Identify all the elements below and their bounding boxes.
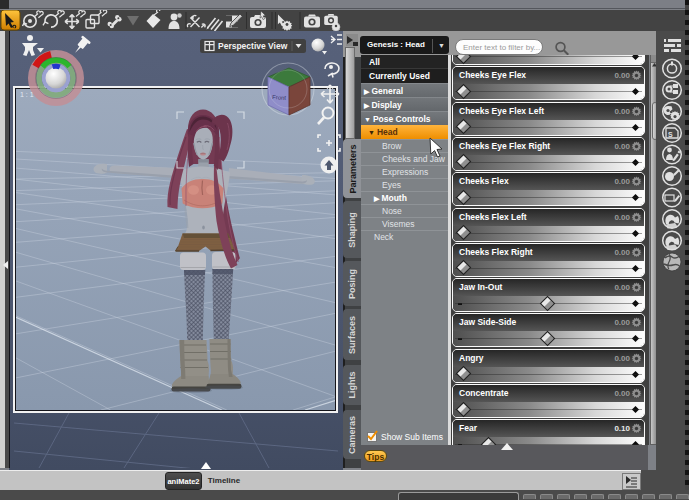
svg-text:1 : 1: 1 : 1 xyxy=(20,91,34,98)
svg-text:S: S xyxy=(668,131,673,138)
svg-text:Perspective View: Perspective View xyxy=(218,41,288,51)
svg-text:Front: Front xyxy=(272,94,287,101)
